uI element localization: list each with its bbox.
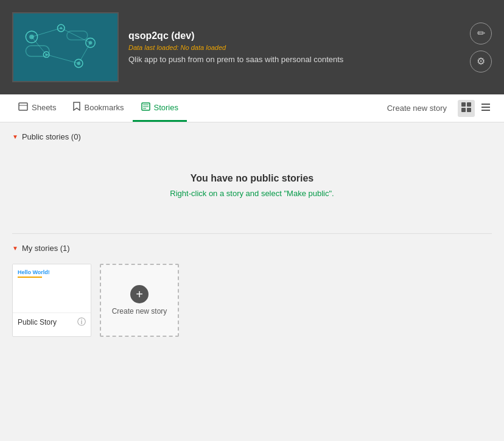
- tab-stories-label: Stories: [154, 103, 178, 112]
- stories-icon: [141, 102, 150, 113]
- public-stories-section-header[interactable]: ▼ Public stories (0): [12, 132, 492, 141]
- app-last-loaded: Data last loaded: No data loaded: [128, 44, 343, 51]
- view-toggle: [458, 100, 494, 117]
- public-stories-title: Public stories (0): [22, 132, 81, 141]
- app-description: Qlik app to push from on prem to saas wi…: [128, 55, 343, 64]
- nav-tabs: Sheets Bookmarks Stories Create new stor…: [0, 94, 504, 122]
- app-thumbnail: [12, 12, 119, 82]
- thumbnail-text: Hello World!: [18, 269, 50, 275]
- svg-rect-26: [461, 108, 466, 112]
- section-divider: [12, 233, 492, 234]
- my-stories-grid: Hello World! Public Story ⓘ + Create new…: [12, 260, 492, 347]
- thumbnail-line: [18, 277, 42, 278]
- public-stories-arrow: ▼: [12, 133, 18, 140]
- tab-bookmarks[interactable]: Bookmarks: [65, 94, 132, 122]
- my-stories-arrow: ▼: [12, 245, 18, 252]
- app-title: qsop2qc (dev): [128, 30, 343, 41]
- header-left: qsop2qc (dev) Data last loaded: No data …: [12, 12, 343, 82]
- my-stories-section-header[interactable]: ▼ My stories (1): [12, 244, 492, 253]
- story-info-icon[interactable]: ⓘ: [77, 317, 86, 328]
- story-card-public[interactable]: Hello World! Public Story ⓘ: [12, 264, 91, 337]
- edit-button[interactable]: ✏: [470, 23, 492, 44]
- app-header: qsop2qc (dev) Data last loaded: No data …: [0, 0, 504, 94]
- svg-rect-27: [467, 108, 471, 112]
- grid-icon: [461, 102, 472, 115]
- list-view-button[interactable]: [477, 100, 494, 117]
- grid-view-button[interactable]: [458, 100, 475, 117]
- tab-stories[interactable]: Stories: [133, 94, 187, 122]
- sheets-icon: [18, 102, 28, 113]
- tab-sheets[interactable]: Sheets: [10, 94, 65, 122]
- svg-rect-0: [14, 13, 117, 81]
- create-card-label: Create new story: [112, 307, 167, 316]
- create-new-story-card[interactable]: + Create new story: [100, 264, 179, 337]
- bookmarks-icon: [73, 102, 80, 113]
- app-info: qsop2qc (dev) Data last loaded: No data …: [128, 30, 343, 64]
- create-new-story-button[interactable]: Create new story: [382, 101, 452, 115]
- story-card-footer: Public Story ⓘ: [13, 313, 91, 331]
- svg-rect-18: [19, 103, 27, 110]
- create-plus-icon: +: [130, 285, 149, 303]
- settings-icon: ⚙: [477, 55, 485, 67]
- empty-state-hint: Right-click on a story and select "Make …: [24, 189, 480, 198]
- tab-sheets-label: Sheets: [32, 103, 56, 112]
- edit-icon: ✏: [477, 27, 485, 39]
- svg-rect-25: [467, 102, 471, 107]
- nav-right: Create new story: [382, 100, 494, 117]
- content-area: ▼ Public stories (0) You have no public …: [0, 122, 504, 356]
- story-name: Public Story: [18, 318, 57, 326]
- public-stories-empty: You have no public stories Right-click o…: [12, 149, 492, 228]
- settings-button[interactable]: ⚙: [470, 51, 492, 72]
- list-icon: [480, 102, 491, 115]
- empty-state-title: You have no public stories: [24, 173, 480, 184]
- svg-rect-24: [461, 102, 466, 107]
- story-thumbnail: Hello World!: [13, 264, 91, 313]
- my-stories-title: My stories (1): [22, 244, 70, 253]
- header-actions: ✏ ⚙: [470, 23, 492, 72]
- tab-bookmarks-label: Bookmarks: [84, 103, 124, 112]
